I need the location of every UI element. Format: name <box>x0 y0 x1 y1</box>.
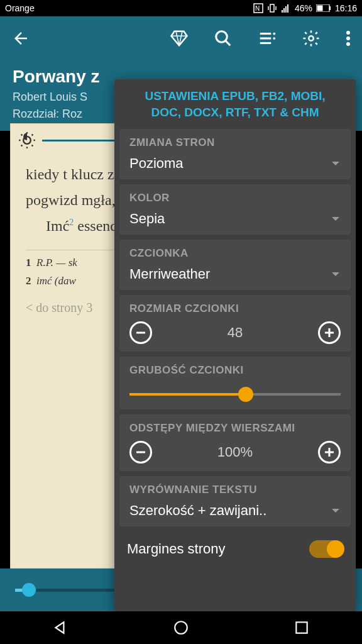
overflow-button[interactable] <box>346 29 351 48</box>
minus-icon <box>135 327 146 338</box>
settings-button[interactable] <box>302 29 321 48</box>
svg-point-19 <box>309 36 314 41</box>
battery-icon <box>316 4 331 12</box>
settings-panel: USTAWIENIA EPUB, FB2, MOBI,DOC, DOCX, RT… <box>114 79 356 611</box>
chevron-down-icon <box>331 269 341 279</box>
svg-line-28 <box>21 135 23 136</box>
chevron-down-icon <box>331 158 341 169</box>
color-value: Sepia <box>129 211 331 227</box>
clock: 16:16 <box>335 3 357 13</box>
svg-point-21 <box>346 36 350 40</box>
progress-thumb[interactable] <box>22 583 36 597</box>
square-recent-icon <box>293 619 310 636</box>
svg-point-12 <box>216 31 228 43</box>
app-bar <box>0 16 362 60</box>
svg-point-20 <box>346 31 350 35</box>
brightness-icon <box>18 131 36 149</box>
font-value: Merriweather <box>129 266 331 282</box>
svg-line-31 <box>32 135 33 136</box>
svg-point-32 <box>175 621 187 634</box>
font-size-stepper: ROZMIAR CZCIONKI 48 <box>119 295 351 352</box>
battery-percent: 46% <box>295 3 312 13</box>
nav-home-button[interactable] <box>173 619 189 636</box>
slider-knob[interactable] <box>238 387 253 402</box>
font-size-label: ROZMIAR CZCIONKI <box>129 303 341 315</box>
chevron-down-icon <box>331 506 341 516</box>
system-nav-bar <box>0 611 362 644</box>
circle-home-icon <box>173 619 189 636</box>
page-change-dropdown[interactable]: ZMIANA STRON Pozioma <box>119 129 351 179</box>
plus-icon <box>324 447 335 458</box>
color-label: KOLOR <box>129 192 341 204</box>
line-spacing-minus-button[interactable] <box>129 441 152 464</box>
list-icon <box>258 29 277 48</box>
alignment-value: Szerokość + zawijani.. <box>129 502 331 519</box>
diamond-icon <box>170 29 189 48</box>
more-vert-icon <box>346 29 351 48</box>
line-spacing-plus-button[interactable] <box>318 441 341 464</box>
search-button[interactable] <box>214 29 233 48</box>
line-spacing-stepper: ODSTĘPY MIĘDZY WIERSZAMI 100% <box>119 414 351 471</box>
page-change-label: ZMIANA STRON <box>129 136 341 149</box>
font-weight-slider-section: GRUBOŚĆ CZCIONKI <box>119 357 351 409</box>
svg-rect-11 <box>329 6 331 10</box>
premium-button[interactable] <box>170 29 189 48</box>
page-change-value: Pozioma <box>129 155 331 172</box>
svg-line-29 <box>32 145 33 147</box>
arrow-left-icon <box>11 29 30 48</box>
font-weight-label: GRUBOŚĆ CZCIONKI <box>129 364 341 377</box>
color-dropdown[interactable]: KOLOR Sepia <box>119 184 351 235</box>
font-dropdown[interactable]: CZCIONKA Merriweather <box>119 240 351 290</box>
nav-recent-button[interactable] <box>293 619 310 636</box>
search-icon <box>214 29 233 48</box>
line-spacing-label: ODSTĘPY MIĘDZY WIERSZAMI <box>129 422 341 435</box>
svg-line-13 <box>226 41 231 46</box>
gear-icon <box>302 29 321 48</box>
svg-rect-6 <box>283 8 285 13</box>
toc-button[interactable] <box>258 29 277 48</box>
panel-title: USTAWIENIA EPUB, FB2, MOBI,DOC, DOCX, RT… <box>114 83 356 129</box>
svg-text:N: N <box>255 5 260 12</box>
svg-point-17 <box>273 33 275 35</box>
switch-knob <box>327 540 344 558</box>
svg-rect-5 <box>282 10 283 13</box>
svg-rect-8 <box>287 4 288 13</box>
svg-rect-2 <box>270 4 274 12</box>
triangle-back-icon <box>52 619 69 636</box>
margin-switch[interactable] <box>309 540 343 558</box>
vibrate-icon <box>267 3 277 13</box>
svg-point-18 <box>273 37 275 40</box>
carrier-label: Orange <box>5 3 35 13</box>
font-label: CZCIONKA <box>129 247 341 260</box>
svg-rect-10 <box>317 6 322 11</box>
chevron-down-icon <box>331 214 341 224</box>
font-weight-slider[interactable] <box>129 387 341 402</box>
line-spacing-value: 100% <box>152 444 318 460</box>
svg-rect-7 <box>285 6 287 13</box>
font-size-value: 48 <box>152 325 318 341</box>
margin-toggle-row[interactable]: Margines strony <box>114 531 356 567</box>
font-size-minus-button[interactable] <box>129 321 152 344</box>
alignment-dropdown[interactable]: WYRÓWNANIE TEKSTU Szerokość + zawijani.. <box>119 476 351 526</box>
margin-label: Margines strony <box>127 541 309 557</box>
nfc-icon: N <box>253 3 263 13</box>
alignment-label: WYRÓWNANIE TEKSTU <box>129 484 341 496</box>
status-bar: Orange N 46% 16:16 <box>0 0 362 16</box>
svg-point-22 <box>346 42 350 46</box>
font-size-plus-button[interactable] <box>318 321 341 344</box>
nav-back-button[interactable] <box>52 619 69 636</box>
svg-line-30 <box>21 145 23 147</box>
minus-icon <box>135 447 146 458</box>
plus-icon <box>324 327 335 338</box>
signal-icon <box>281 3 291 13</box>
status-right: N 46% 16:16 <box>253 3 357 13</box>
back-button[interactable] <box>11 29 30 48</box>
svg-rect-33 <box>296 622 307 633</box>
